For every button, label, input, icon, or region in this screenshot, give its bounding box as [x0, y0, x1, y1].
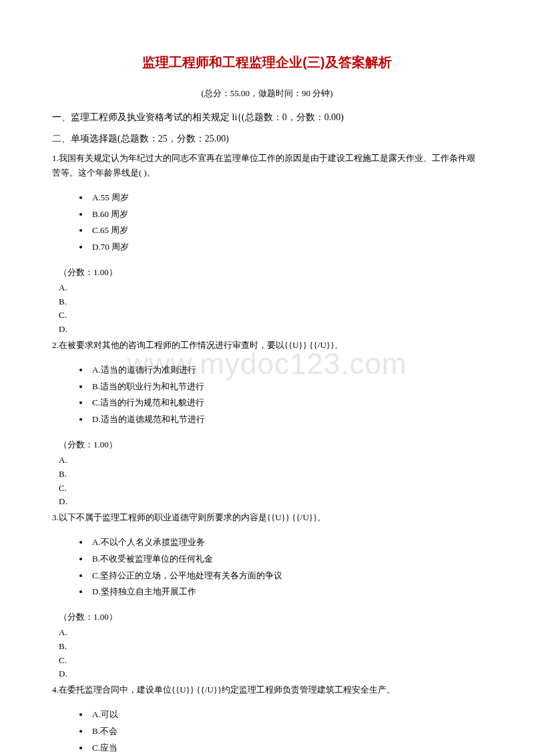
section-1-header: 一、监理工程师及执业资格考试的相关规定 li{(总题数：0，分数：0.00) [52, 110, 482, 125]
page-title: 监理工程师和工程监理企业(三)及答案解析 [52, 53, 482, 71]
q3-opt-c: C.坚持公正的立场，公平地处理有关各方面的争议 [89, 568, 482, 584]
page-subtitle: (总分：55.00，做题时间：90 分钟) [52, 87, 482, 100]
q3-opt-a: A.不以个人名义承揽监理业务 [89, 534, 482, 551]
q1-ans-a: A. [59, 281, 482, 295]
q1-opt-b: B.60 周岁 [89, 206, 482, 223]
q4-opt-c: C.应当 [89, 740, 482, 756]
q2-opt-d: D.适当的道德规范和礼节进行 [89, 411, 482, 428]
question-1-options: A.55 周岁 B.60 周岁 C.65 周岁 D.70 周岁 [89, 190, 482, 256]
q1-ans-d: D. [59, 323, 482, 337]
question-3-options: A.不以个人名义承揽监理业务 B.不收受被监理单位的任何礼金 C.坚持公正的立场… [89, 534, 482, 600]
q3-ans-b: B. [59, 640, 482, 654]
section-2-header: 二、单项选择题(总题数：25，分数：25.00) [52, 132, 482, 146]
q3-score: （分数：1.00） [59, 610, 482, 624]
q3-ans-c: C. [59, 654, 482, 668]
q3-ans-d: D. [59, 667, 482, 681]
q1-opt-d: D.70 周岁 [89, 239, 482, 256]
question-4-text: 4.在委托监理合同中，建设单位{{U}} {{/U}}约定监理工程师负责管理建筑… [52, 683, 482, 697]
q2-ans-a: A. [59, 453, 482, 467]
q2-ans-c: C. [59, 482, 482, 496]
q2-ans-d: D. [59, 495, 482, 509]
question-3-text: 3.以下不属于监理工程师的职业道德守则所要求的内容是{{U}} {{/U}}。 [52, 510, 482, 525]
question-2-text: 2.在被要求对其他的咨询工程师的工作情况进行审查时，要以{{U}} {{/U}}… [52, 338, 482, 353]
q2-score: （分数：1.00） [59, 437, 482, 452]
q2-opt-c: C.适当的行为规范和礼貌进行 [89, 395, 482, 411]
q1-opt-a: A.55 周岁 [89, 190, 482, 206]
q2-ans-b: B. [59, 467, 482, 482]
q4-opt-b: B.不会 [89, 723, 482, 740]
q2-opt-a: A.适当的道德行为准则进行 [89, 362, 482, 379]
q3-ans-a: A. [59, 626, 482, 640]
question-1-text: 1.我国有关规定认为年纪过大的同志不宜再在监理单位工作的原因是由于建设工程施工是… [52, 151, 482, 180]
q2-opt-b: B.适当的职业行为和礼节进行 [89, 379, 482, 395]
q1-score: （分数：1.00） [59, 265, 482, 280]
q1-ans-c: C. [59, 309, 482, 323]
document-content: 监理工程师和工程监理企业(三)及答案解析 (总分：55.00，做题时间：90 分… [52, 53, 482, 756]
q1-opt-c: C.65 周岁 [89, 222, 482, 239]
q1-ans-b: B. [59, 295, 482, 309]
q3-opt-d: D.坚持独立自主地开展工作 [89, 584, 482, 600]
q3-opt-b: B.不收受被监理单位的任何礼金 [89, 551, 482, 568]
question-4-options: A.可以 B.不会 C.应当 [89, 707, 482, 756]
q4-opt-a: A.可以 [89, 707, 482, 723]
question-2-options: A.适当的道德行为准则进行 B.适当的职业行为和礼节进行 C.适当的行为规范和礼… [89, 362, 482, 428]
